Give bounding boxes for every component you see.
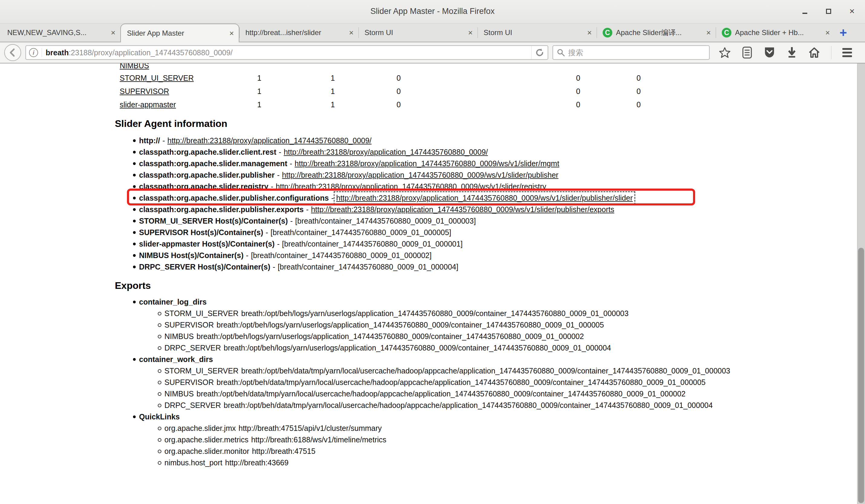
list-item: STORM_UI_SERVER Host(s)/Container(s)-[br… (133, 215, 865, 227)
hamburger-menu-icon (841, 47, 853, 58)
component-link[interactable]: NIMBUS (120, 63, 149, 70)
pocket-button[interactable] (763, 46, 776, 59)
export-group-items: STORM_UI_SERVERbreath:/opt/beh/logs/yarn… (158, 308, 865, 353)
list-item: classpath:org.apache.slider.management-h… (133, 158, 865, 169)
tab-close-icon[interactable]: × (706, 28, 711, 37)
bookmark-star-button[interactable] (718, 46, 731, 59)
page-content: NIMBUS STORM_UI_SERVER 1 1 0 0 0 SUPERVI… (0, 63, 865, 504)
download-arrow-icon (787, 47, 797, 59)
list-item: NIMBUSbreath:/opt/beh/data/tmp/yarn/loca… (158, 388, 865, 399)
table-cell: 0 (396, 87, 576, 96)
url-text[interactable]: breath:23188/proxy/application_147443576… (46, 48, 528, 57)
home-button[interactable] (808, 46, 821, 59)
list-item: STORM_UI_SERVERbreath:/opt/beh/data/tmp/… (158, 365, 865, 376)
agent-item-link[interactable]: http://breath:23188/proxy/application_14… (295, 159, 560, 168)
tab-apache-slider-hbase[interactable]: C Apache Slider + Hb... × (716, 24, 835, 42)
list-item: org.apache.slider.metricshttp://breath:6… (158, 434, 865, 445)
table-cell: 1 (331, 87, 396, 96)
vertical-scrollbar[interactable] (857, 63, 865, 504)
tab-label: http://breat...isher/slider (245, 28, 346, 37)
reload-button[interactable] (531, 46, 545, 59)
search-bar[interactable] (553, 45, 710, 60)
agent-item-label: classpath:org.apache.slider.publisher.co… (139, 194, 329, 202)
list-item: classpath:org.apache.slider.publisher.ex… (133, 204, 865, 215)
tab-close-icon[interactable]: × (468, 28, 473, 37)
search-input[interactable] (568, 48, 705, 57)
list-item: DRPC_SERVERbreath:/opt/beh/logs/yarn/use… (158, 342, 865, 353)
container-value: [breath/container_1474435760880_0009_01_… (278, 262, 459, 271)
search-icon (557, 48, 565, 57)
export-group-items: org.apache.slider.jmxhttp://breath:47515… (158, 422, 865, 468)
table-cell: 0 (636, 87, 673, 96)
tab-storm-ui-2[interactable]: Storm UI × (477, 24, 597, 42)
table-cell: 0 (636, 74, 673, 82)
tab-storm-ui-1[interactable]: Storm UI × (358, 24, 477, 42)
tab-slider-app-master[interactable]: Slider App Master × (120, 24, 239, 42)
reload-icon (535, 47, 545, 58)
agent-item-link[interactable]: http://breath:23188/proxy/application_14… (282, 171, 558, 179)
agent-item-link[interactable]: http://breath:23188/proxy/application_14… (284, 148, 488, 156)
exports-heading: Exports (115, 280, 865, 291)
export-group-title: container_log_dirs (139, 296, 865, 308)
export-group-container-work-dirs: container_work_dirs STORM_UI_SERVERbreat… (133, 353, 865, 411)
page-info-icon[interactable]: i (29, 48, 38, 57)
agent-item-link[interactable]: http://breath:23188/proxy/application_14… (168, 136, 372, 145)
agent-item-link[interactable]: http://breath:23188/proxy/application_14… (311, 205, 614, 214)
new-tab-button[interactable]: + (835, 24, 852, 42)
table-row: SUPERVISOR 1 1 0 0 0 (120, 85, 865, 98)
list-item: DRPC_SERVER Host(s)/Container(s)-[breath… (133, 261, 865, 272)
table-row: slider-appmaster 1 1 0 0 0 (120, 98, 865, 111)
exports-list: container_log_dirs STORM_UI_SERVERbreath… (133, 296, 865, 468)
tab-publisher-slider[interactable]: http://breat...isher/slider × (239, 24, 358, 42)
agent-item-link[interactable]: http://breath:23188/proxy/application_14… (276, 182, 546, 191)
back-button[interactable] (4, 44, 21, 61)
tab-new-new-saving[interactable]: NEW,NEW_SAVING,S... × (1, 24, 120, 42)
table-cell: 1 (257, 87, 331, 96)
table-cell: 1 (257, 74, 331, 82)
back-arrow-icon (8, 48, 17, 57)
agent-item-label: NIMBUS Host(s)/Container(s) (139, 251, 244, 260)
tab-close-icon[interactable]: × (229, 29, 234, 38)
bookmarks-menu-button[interactable] (740, 46, 754, 59)
table-row-partial: NIMBUS (120, 63, 865, 71)
export-group-quicklinks: QuickLinks org.apache.slider.jmxhttp://b… (133, 411, 865, 468)
agent-info-heading: Slider Agent information (115, 118, 865, 129)
url-bar[interactable]: i breath:23188/proxy/application_1474435… (25, 45, 548, 60)
list-item: STORM_UI_SERVERbreath:/opt/beh/logs/yarn… (158, 308, 865, 319)
component-status-table: NIMBUS STORM_UI_SERVER 1 1 0 0 0 SUPERVI… (120, 63, 865, 111)
table-cell: 0 (396, 74, 576, 82)
agent-item-label: DRPC_SERVER Host(s)/Container(s) (139, 262, 270, 271)
component-link[interactable]: SUPERVISOR (120, 87, 257, 96)
table-cell: 0 (576, 87, 636, 96)
maximize-button[interactable] (823, 6, 833, 16)
minimize-icon (803, 13, 807, 14)
list-item: slider-appmaster Host(s)/Container(s)-[b… (133, 238, 865, 249)
tab-close-icon[interactable]: × (111, 28, 115, 37)
tab-apache-slider-compile[interactable]: C Apache Slider编译... × (597, 24, 716, 42)
tab-label: Storm UI (484, 28, 584, 37)
minimize-button[interactable] (800, 6, 810, 16)
star-icon (719, 47, 731, 59)
export-group-items: STORM_UI_SERVERbreath:/opt/beh/data/tmp/… (158, 365, 865, 411)
tab-close-icon[interactable]: × (826, 28, 830, 37)
url-path: :23188/proxy/application_1474435760880_0… (69, 48, 232, 57)
tab-label: Slider App Master (127, 29, 226, 37)
agent-item-label: classpath:org.apache.slider.management (139, 159, 287, 168)
downloads-button[interactable] (785, 46, 798, 59)
component-link[interactable]: slider-appmaster (120, 100, 257, 109)
agent-item-label: classpath:org.apache.slider.registry (139, 182, 268, 191)
list-item: DRPC_SERVERbreath:/opt/beh/data/tmp/yarn… (158, 399, 865, 411)
close-button[interactable]: × (847, 6, 857, 16)
agent-item-link[interactable]: http://breath:23188/proxy/application_14… (336, 194, 633, 202)
component-link[interactable]: STORM_UI_SERVER (120, 74, 257, 82)
table-cell: 0 (396, 100, 576, 109)
toolbar-icons (718, 46, 854, 59)
menu-button[interactable] (841, 46, 854, 59)
tab-close-icon[interactable]: × (349, 28, 354, 37)
divider (831, 46, 831, 59)
bookmarks-list-icon (742, 47, 752, 59)
list-item: NIMBUSbreath:/opt/beh/logs/yarn/userlogs… (158, 330, 865, 342)
tab-close-icon[interactable]: × (587, 28, 592, 37)
export-group-title: QuickLinks (139, 411, 865, 422)
scrollbar-thumb[interactable] (858, 248, 864, 503)
